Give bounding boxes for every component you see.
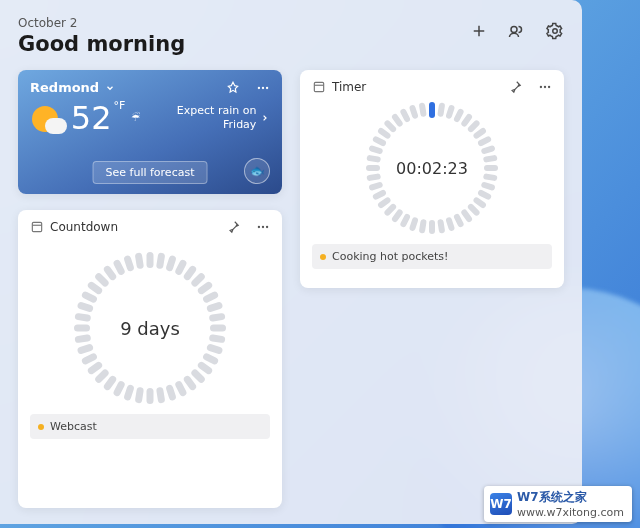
svg-point-54 (548, 86, 550, 88)
weather-map-icon[interactable]: 🐟 (244, 158, 270, 184)
see-forecast-button[interactable]: See full forecast (93, 161, 208, 184)
header-date: October 2 (18, 16, 185, 30)
svg-rect-55 (429, 102, 435, 118)
svg-point-4 (258, 86, 260, 88)
chevron-right-icon (260, 113, 270, 123)
svg-rect-32 (135, 387, 144, 404)
weather-hint[interactable]: ☔ Expect rain on Friday (131, 104, 270, 132)
svg-rect-67 (481, 181, 496, 191)
status-dot (320, 254, 326, 260)
svg-point-3 (553, 29, 558, 34)
pin-icon[interactable] (226, 81, 240, 95)
svg-rect-49 (123, 255, 135, 272)
svg-rect-84 (366, 173, 381, 181)
countdown-tag[interactable]: Webcast (30, 414, 270, 439)
svg-rect-51 (314, 82, 323, 91)
svg-rect-65 (484, 165, 498, 171)
status-dot (38, 424, 44, 430)
chevron-down-icon[interactable] (105, 83, 115, 93)
svg-point-6 (266, 86, 268, 88)
svg-rect-83 (368, 181, 383, 191)
more-icon[interactable] (538, 80, 552, 94)
svg-rect-87 (368, 145, 383, 155)
watermark: W7 W7系统之家 www.w7xitong.com (484, 486, 632, 522)
brand-badge: W7 (490, 493, 512, 515)
svg-rect-57 (445, 104, 455, 119)
svg-rect-50 (135, 252, 144, 269)
svg-rect-20 (209, 313, 226, 322)
svg-rect-12 (156, 252, 165, 269)
pin-icon[interactable] (508, 80, 522, 94)
svg-rect-93 (409, 104, 419, 119)
svg-rect-75 (429, 220, 435, 234)
svg-point-52 (540, 86, 542, 88)
svg-point-5 (262, 86, 264, 88)
svg-rect-43 (77, 301, 94, 313)
app-icon (312, 80, 326, 94)
svg-point-10 (266, 226, 268, 228)
svg-rect-30 (156, 387, 165, 404)
svg-point-2 (511, 27, 517, 33)
svg-rect-13 (165, 255, 177, 272)
svg-point-9 (262, 226, 264, 228)
svg-rect-86 (366, 155, 381, 163)
add-widget-icon[interactable] (470, 22, 488, 40)
header-greeting: Good morning (18, 32, 185, 56)
brand-name: W7系统之家 (517, 489, 624, 506)
svg-point-53 (544, 86, 546, 88)
svg-rect-33 (123, 384, 135, 401)
svg-rect-41 (74, 325, 90, 332)
brand-sub: www.w7xitong.com (517, 506, 624, 519)
countdown-title: Countdown (50, 220, 118, 234)
svg-rect-74 (437, 219, 445, 234)
svg-rect-21 (210, 325, 226, 332)
more-icon[interactable] (256, 81, 270, 95)
countdown-card[interactable]: Countdown 9 days (18, 210, 282, 508)
timer-title: Timer (332, 80, 366, 94)
timer-tag[interactable]: Cooking hot pockets! (312, 244, 552, 269)
weather-temp: 52°F (71, 99, 126, 137)
dial-ticks (74, 252, 226, 404)
svg-rect-66 (483, 173, 498, 181)
widgets-panel: October 2 Good morning Redmond (0, 0, 582, 524)
svg-rect-31 (147, 388, 154, 404)
svg-rect-56 (437, 102, 445, 117)
svg-rect-22 (209, 334, 226, 343)
timer-card[interactable]: Timer 00:02:23 Cooking hot pockets! (300, 70, 564, 288)
account-icon[interactable] (508, 22, 526, 40)
pin-icon[interactable] (226, 220, 240, 234)
weather-location: Redmond (30, 80, 99, 95)
svg-rect-64 (483, 155, 498, 163)
settings-icon[interactable] (546, 22, 564, 40)
weather-card[interactable]: Redmond 52°F ☔ Expect rain on Friday (18, 70, 282, 194)
svg-rect-23 (206, 343, 223, 355)
svg-rect-40 (74, 334, 91, 343)
weather-condition-icon (30, 100, 65, 136)
svg-rect-94 (419, 102, 427, 117)
svg-rect-63 (481, 145, 496, 155)
app-icon (30, 220, 44, 234)
timer-dial: 00:02:23 (362, 98, 502, 238)
svg-point-8 (258, 226, 260, 228)
svg-rect-29 (165, 384, 177, 401)
svg-rect-11 (147, 252, 154, 268)
more-icon[interactable] (256, 220, 270, 234)
countdown-dial: 9 days (70, 248, 230, 408)
svg-rect-77 (409, 217, 419, 232)
svg-rect-42 (74, 313, 91, 322)
svg-rect-73 (445, 217, 455, 232)
svg-rect-85 (366, 165, 380, 171)
svg-rect-7 (32, 222, 41, 231)
panel-header: October 2 Good morning (18, 16, 564, 56)
svg-rect-39 (77, 343, 94, 355)
svg-rect-76 (419, 219, 427, 234)
svg-rect-19 (206, 301, 223, 313)
